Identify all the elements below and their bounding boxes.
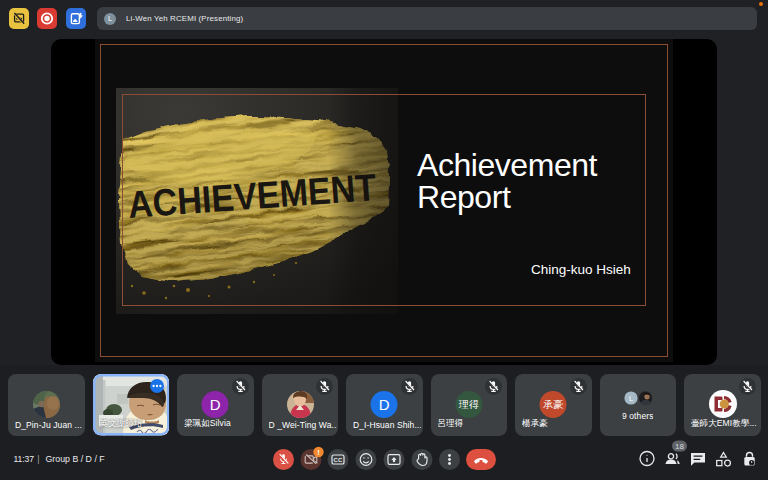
svg-text:!: ! <box>317 448 320 457</box>
svg-text:CC: CC <box>334 457 343 463</box>
svg-text:18: 18 <box>675 442 684 451</box>
svg-text:L: L <box>628 394 632 403</box>
